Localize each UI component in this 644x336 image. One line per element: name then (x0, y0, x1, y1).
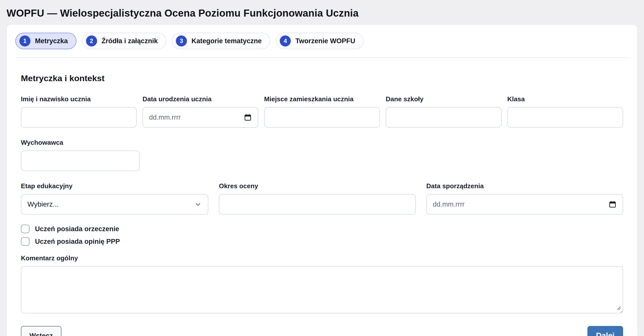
step-metryczka[interactable]: 1 Metryczka (15, 33, 76, 49)
page-title: WOPFU — Wielospecjalistyczna Ocena Pozio… (7, 8, 637, 19)
teacher-input[interactable] (21, 151, 140, 171)
field-education-stage: Etap edukacyjny Wybierz... (21, 182, 208, 215)
step-zrodla-i-zalacznik[interactable]: 2 Źródła i załącznik (82, 33, 167, 49)
form-row-1: Imię i nazwisko ucznia Data urodzenia uc… (21, 95, 623, 128)
step-number-badge: 4 (280, 35, 291, 46)
stepper-divider (15, 57, 629, 58)
education-stage-select[interactable]: Wybierz... (21, 194, 208, 215)
opinia-ppp-checkbox[interactable] (21, 237, 29, 246)
field-student-name: Imię i nazwisko ucznia (21, 95, 137, 128)
step-label: Metryczka (35, 37, 68, 45)
step-number-badge: 1 (19, 35, 30, 46)
selected-option: Wybierz... (27, 200, 59, 208)
field-assessment-period: Okres oceny (219, 182, 416, 215)
class-label: Klasa (507, 95, 623, 103)
next-button[interactable]: Dalej (587, 326, 623, 336)
wizard-stepper: 1 Metryczka 2 Źródła i załącznik 3 Kateg… (15, 33, 629, 49)
student-name-input[interactable] (21, 107, 137, 128)
chevron-down-icon (194, 201, 202, 208)
checkbox-group: Uczeń posiada orzeczenie Uczeń posiada o… (21, 225, 623, 246)
step-label: Źródła i załącznik (102, 37, 158, 45)
field-birth-date: Data urodzenia ucznia dd.mm.rrrr (142, 95, 258, 128)
calendar-icon[interactable] (244, 113, 252, 121)
comment-label: Komentarz ogólny (21, 254, 623, 262)
birth-date-label: Data urodzenia ucznia (142, 95, 258, 103)
residence-input[interactable] (264, 107, 380, 128)
orzeczenie-checkbox[interactable] (21, 225, 29, 233)
wizard-card: 1 Metryczka 2 Źródła i załącznik 3 Kateg… (7, 24, 637, 336)
metryczka-form: Imię i nazwisko ucznia Data urodzenia uc… (15, 95, 629, 336)
date-placeholder: dd.mm.rrrr (149, 114, 181, 121)
step-number-badge: 2 (86, 35, 97, 46)
assessment-period-input[interactable] (219, 194, 416, 215)
orzeczenie-checkbox-label[interactable]: Uczeń posiada orzeczenie (35, 225, 119, 233)
creation-date-label: Data sporządzenia (426, 182, 623, 190)
school-input[interactable] (386, 107, 501, 128)
calendar-icon[interactable] (609, 200, 617, 208)
step-number-badge: 3 (176, 35, 187, 46)
education-stage-label: Etap edukacyjny (21, 182, 208, 190)
checkbox-row-opinia-ppp[interactable]: Uczeń posiada opinię PPP (21, 237, 120, 246)
field-teacher: Wychowawca (21, 139, 140, 171)
birth-date-input[interactable]: dd.mm.rrrr (142, 107, 258, 128)
checkbox-row-orzeczenie[interactable]: Uczeń posiada orzeczenie (21, 225, 119, 233)
footer-actions: Wstecz Dalej (21, 326, 623, 336)
residence-label: Miejsce zamieszkania ucznia (264, 95, 380, 103)
class-input[interactable] (507, 107, 623, 128)
field-comment: Komentarz ogólny (21, 254, 623, 313)
step-tworzenie-wopfu[interactable]: 4 Tworzenie WOPFU (276, 33, 364, 49)
step-label: Kategorie tematyczne (191, 37, 262, 45)
section-title: Metryczka i kontekst (21, 73, 629, 83)
school-label: Dane szkoły (386, 95, 501, 103)
field-creation-date: Data sporządzenia dd.mm.rrrr (426, 182, 623, 215)
assessment-period-label: Okres oceny (219, 182, 416, 190)
back-button[interactable]: Wstecz (21, 326, 61, 336)
creation-date-input[interactable]: dd.mm.rrrr (426, 194, 623, 215)
student-name-label: Imię i nazwisko ucznia (21, 95, 137, 103)
date-placeholder: dd.mm.rrrr (433, 201, 465, 208)
comment-textarea[interactable] (21, 266, 623, 313)
form-row-3: Etap edukacyjny Wybierz... Okres oceny (21, 182, 623, 215)
field-residence: Miejsce zamieszkania ucznia (264, 95, 380, 128)
teacher-label: Wychowawca (21, 139, 140, 147)
opinia-ppp-checkbox-label[interactable]: Uczeń posiada opinię PPP (35, 238, 120, 246)
step-kategorie-tematyczne[interactable]: 3 Kategorie tematyczne (172, 33, 270, 49)
page: WOPFU — Wielospecjalistyczna Ocena Pozio… (0, 0, 644, 336)
field-class: Klasa (507, 95, 623, 128)
step-label: Tworzenie WOPFU (295, 37, 355, 45)
field-school: Dane szkoły (386, 95, 501, 128)
